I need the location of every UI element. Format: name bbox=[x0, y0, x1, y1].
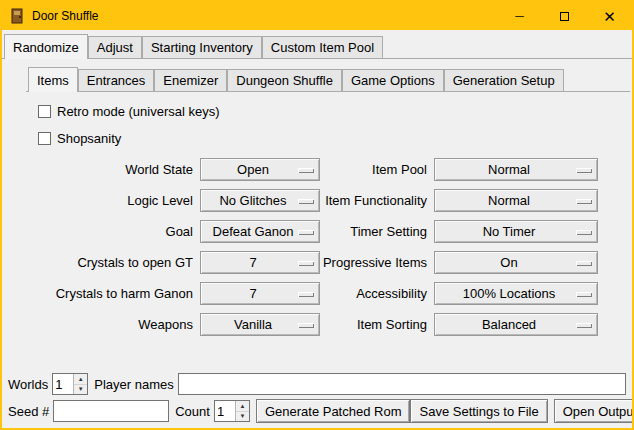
progressive-items-label: Progressive Items bbox=[322, 255, 434, 270]
tab-dungeon-shuffle[interactable]: Dungeon Shuffle bbox=[227, 69, 342, 91]
logic-level-label: Logic Level bbox=[26, 193, 200, 208]
worlds-spinner-arrows: ▲ ▼ bbox=[73, 374, 87, 394]
items-pane: Retro mode (universal keys) Shopsanity W… bbox=[2, 92, 632, 336]
timer-setting-dropdown[interactable]: No Timer bbox=[434, 220, 598, 243]
dropdown-indicator-icon bbox=[298, 199, 314, 204]
seed-label: Seed # bbox=[8, 404, 49, 419]
spinner-down-icon[interactable]: ▼ bbox=[236, 411, 249, 422]
dropdown-indicator-icon bbox=[576, 230, 592, 235]
dropdown-indicator-icon bbox=[298, 230, 314, 235]
item-pool-label: Item Pool bbox=[322, 162, 434, 177]
accessibility-dropdown[interactable]: 100% Locations bbox=[434, 282, 598, 305]
dropdown-indicator-icon bbox=[298, 292, 314, 297]
window-title: Door Shuffle bbox=[32, 9, 99, 23]
world-state-dropdown[interactable]: Open bbox=[200, 158, 320, 181]
seed-row: Seed # Count ▲ ▼ Generate Patched Rom Sa… bbox=[8, 399, 626, 423]
timer-setting-label: Timer Setting bbox=[322, 224, 434, 239]
progressive-items-dropdown[interactable]: On bbox=[434, 251, 598, 274]
dropdown-indicator-icon bbox=[576, 261, 592, 266]
weapons-dropdown[interactable]: Vanilla bbox=[200, 313, 320, 336]
dropdown-indicator-icon bbox=[298, 168, 314, 173]
dropdown-indicator-icon bbox=[576, 168, 592, 173]
item-functionality-label: Item Functionality bbox=[322, 193, 434, 208]
item-functionality-dropdown[interactable]: Normal bbox=[434, 189, 598, 212]
crystals-gt-label: Crystals to open GT bbox=[26, 255, 200, 270]
options-row: World State Open Item Pool Normal bbox=[26, 158, 628, 181]
dropdown-indicator-icon bbox=[298, 261, 314, 266]
minimize-icon: ─ bbox=[515, 9, 524, 23]
count-spinner-arrows: ▲ ▼ bbox=[235, 401, 249, 421]
crystals-ganon-dropdown[interactable]: 7 bbox=[200, 282, 320, 305]
goal-dropdown[interactable]: Defeat Ganon bbox=[200, 220, 320, 243]
tab-randomize[interactable]: Randomize bbox=[4, 34, 88, 59]
tab-adjust[interactable]: Adjust bbox=[88, 36, 142, 58]
item-pool-dropdown[interactable]: Normal bbox=[434, 158, 598, 181]
crystals-ganon-label: Crystals to harm Ganon bbox=[26, 286, 200, 301]
maximize-icon bbox=[560, 12, 569, 21]
open-output-directory-button[interactable]: Open Output Directory bbox=[554, 399, 634, 423]
count-input[interactable] bbox=[215, 401, 235, 421]
main-tab-strip: Randomize Adjust Starting Inventory Cust… bbox=[2, 33, 632, 59]
tab-entrances[interactable]: Entrances bbox=[78, 69, 155, 91]
close-icon: ✕ bbox=[603, 9, 616, 24]
spinner-up-icon[interactable]: ▲ bbox=[236, 401, 249, 411]
retro-mode-row: Retro mode (universal keys) bbox=[38, 104, 628, 119]
shopsanity-label: Shopsanity bbox=[57, 131, 121, 146]
retro-mode-label: Retro mode (universal keys) bbox=[57, 104, 220, 119]
tab-starting-inventory[interactable]: Starting Inventory bbox=[142, 36, 262, 58]
options-row: Logic Level No Glitches Item Functionali… bbox=[26, 189, 628, 212]
titlebar: Door Shuffle ─ ✕ bbox=[2, 2, 632, 30]
accessibility-label: Accessibility bbox=[322, 286, 434, 301]
retro-mode-checkbox[interactable] bbox=[38, 105, 51, 118]
door-shuffle-window: Door Shuffle ─ ✕ Randomize Adjust Starti… bbox=[0, 0, 634, 430]
dropdown-indicator-icon bbox=[576, 199, 592, 204]
worlds-label: Worlds bbox=[8, 377, 48, 392]
options-row: Weapons Vanilla Item Sorting Balanced bbox=[26, 313, 628, 336]
shopsanity-row: Shopsanity bbox=[38, 131, 628, 146]
options-row: Crystals to harm Ganon 7 Accessibility 1… bbox=[26, 282, 628, 305]
generate-patched-rom-button[interactable]: Generate Patched Rom bbox=[256, 399, 411, 423]
worlds-input[interactable] bbox=[53, 374, 73, 394]
logic-level-dropdown[interactable]: No Glitches bbox=[200, 189, 320, 212]
goal-label: Goal bbox=[26, 224, 200, 239]
count-label: Count bbox=[175, 404, 210, 419]
minimize-button[interactable]: ─ bbox=[497, 2, 542, 30]
weapons-label: Weapons bbox=[26, 317, 200, 332]
options-row: Crystals to open GT 7 Progressive Items … bbox=[26, 251, 628, 274]
tab-items[interactable]: Items bbox=[28, 67, 78, 92]
world-state-label: World State bbox=[26, 162, 200, 177]
spinner-down-icon[interactable]: ▼ bbox=[74, 384, 87, 395]
shopsanity-checkbox[interactable] bbox=[38, 132, 51, 145]
worlds-spinner[interactable]: ▲ ▼ bbox=[52, 373, 88, 395]
bottom-controls: Worlds ▲ ▼ Player names Seed # Count ▲ bbox=[8, 369, 626, 423]
window-controls: ─ ✕ bbox=[497, 2, 632, 30]
player-names-input[interactable] bbox=[178, 373, 626, 395]
tab-custom-item-pool[interactable]: Custom Item Pool bbox=[262, 36, 383, 58]
randomize-tab-strip: Items Entrances Enemizer Dungeon Shuffle… bbox=[26, 66, 630, 92]
worlds-row: Worlds ▲ ▼ Player names bbox=[8, 373, 626, 395]
player-names-label: Player names bbox=[94, 377, 173, 392]
crystals-gt-dropdown[interactable]: 7 bbox=[200, 251, 320, 274]
options-row: Goal Defeat Ganon Timer Setting No Timer bbox=[26, 220, 628, 243]
tab-game-options[interactable]: Game Options bbox=[342, 69, 444, 91]
save-settings-button[interactable]: Save Settings to File bbox=[410, 399, 547, 423]
item-sorting-label: Item Sorting bbox=[322, 317, 434, 332]
tab-enemizer[interactable]: Enemizer bbox=[154, 69, 227, 91]
spinner-up-icon[interactable]: ▲ bbox=[74, 374, 87, 384]
maximize-button[interactable] bbox=[542, 2, 587, 30]
item-sorting-dropdown[interactable]: Balanced bbox=[434, 313, 598, 336]
dropdown-indicator-icon bbox=[298, 323, 314, 328]
tab-generation-setup[interactable]: Generation Setup bbox=[444, 69, 564, 91]
app-icon bbox=[9, 8, 25, 24]
count-spinner[interactable]: ▲ ▼ bbox=[214, 400, 250, 422]
dropdown-indicator-icon bbox=[576, 292, 592, 297]
seed-input[interactable] bbox=[53, 400, 169, 422]
close-button[interactable]: ✕ bbox=[587, 2, 632, 30]
dropdown-indicator-icon bbox=[576, 323, 592, 328]
